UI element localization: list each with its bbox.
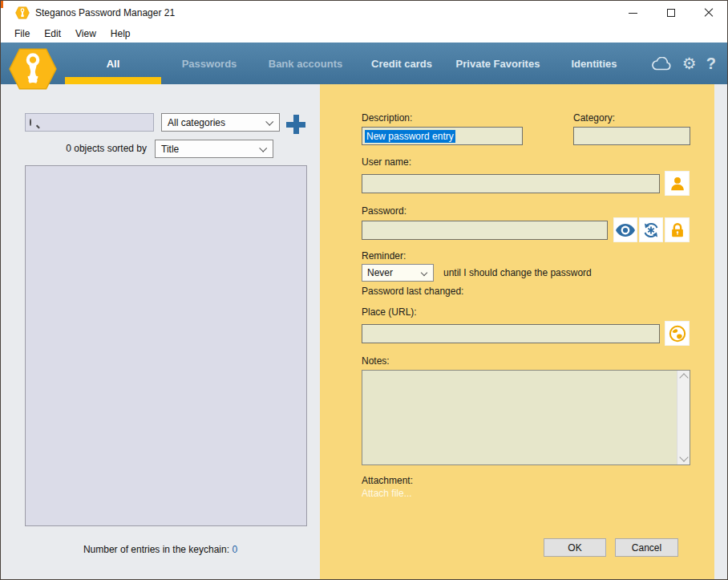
notes-scrollbar[interactable] [677, 371, 690, 464]
pick-identity-button[interactable] [665, 171, 690, 196]
category-filter-value: All categories [168, 117, 225, 128]
header: All Passwords Bank accounts Credit cards… [1, 43, 727, 84]
right-gutter [714, 84, 727, 579]
window-title: Steganos Password Manager 21 [35, 7, 175, 18]
reminder-label: Reminder: [362, 250, 406, 262]
maximize-icon [667, 9, 675, 17]
ok-button[interactable]: OK [544, 538, 606, 557]
header-icons: ⚙ ? [651, 43, 716, 84]
keychain-count-value: 0 [232, 544, 237, 555]
search-input[interactable] [31, 114, 160, 131]
username-label: User name: [362, 156, 411, 168]
search-icon [30, 119, 31, 126]
sidebar: All categories 0 objects sorted by Title… [1, 84, 320, 579]
scroll-down-icon [679, 452, 688, 461]
reminder-dropdown[interactable]: Never [362, 264, 434, 282]
window-controls [614, 1, 727, 25]
scroll-up-icon [679, 373, 688, 382]
menu-help[interactable]: Help [103, 26, 138, 41]
cloud-sync-icon[interactable] [651, 57, 673, 71]
chevron-down-icon [421, 270, 427, 276]
generate-password-icon [641, 221, 661, 240]
url-label: Place (URL): [362, 306, 417, 318]
tab-private-favorites[interactable]: Private Favorites [450, 43, 546, 84]
tab-identities[interactable]: Identities [546, 43, 642, 84]
lock-icon [669, 221, 686, 239]
entry-list[interactable] [25, 165, 307, 526]
corner-accent [1, 1, 3, 8]
generate-password-button[interactable] [639, 217, 663, 242]
menu-bar: File Edit View Help [1, 25, 727, 43]
search-box [25, 113, 154, 132]
category-field[interactable] [573, 127, 690, 145]
url-field[interactable] [362, 324, 660, 343]
title-bar: Steganos Password Manager 21 [1, 1, 727, 25]
notes-textarea[interactable] [362, 370, 690, 465]
reminder-suffix-text: until I should change the password [443, 267, 592, 278]
show-password-button[interactable] [613, 217, 637, 242]
chevron-down-icon [265, 118, 273, 126]
description-label: Description: [362, 112, 412, 124]
reminder-value: Never [367, 267, 393, 278]
lock-password-button[interactable] [665, 217, 690, 242]
eye-icon [616, 224, 635, 237]
description-value-selected: New password entry [365, 130, 455, 143]
minimize-icon [629, 13, 637, 14]
last-changed-label: Password last changed: [362, 286, 463, 297]
password-label: Password: [362, 205, 406, 217]
settings-gear-icon[interactable]: ⚙ [682, 55, 697, 71]
entry-form-panel: Description: New password entry Category… [320, 84, 714, 579]
close-icon [704, 8, 714, 18]
main-body: All categories 0 objects sorted by Title… [1, 84, 727, 579]
tab-bank-accounts[interactable]: Bank accounts [257, 43, 354, 84]
category-label: Category: [573, 112, 615, 124]
tab-credit-cards[interactable]: Credit cards [354, 43, 450, 84]
attachment-label: Attachment: [362, 475, 413, 486]
password-field[interactable] [362, 221, 608, 240]
active-tab-indicator [65, 77, 161, 84]
menu-file[interactable]: File [7, 26, 37, 41]
keychain-count-label: Number of entries in the keychain: [83, 544, 229, 555]
person-icon [669, 175, 686, 193]
sort-by-dropdown[interactable]: Title [155, 140, 273, 158]
open-url-button[interactable] [665, 321, 690, 346]
description-field[interactable]: New password entry [362, 127, 523, 145]
chevron-down-icon [259, 144, 267, 152]
menu-edit[interactable]: Edit [37, 26, 68, 41]
maximize-button[interactable] [652, 1, 690, 25]
cancel-button[interactable]: Cancel [615, 538, 678, 557]
steganos-keys-logo [8, 47, 58, 91]
app-window: Steganos Password Manager 21 File Edit V… [0, 0, 728, 580]
close-button[interactable] [690, 1, 727, 25]
tab-passwords[interactable]: Passwords [161, 43, 257, 84]
minimize-button[interactable] [614, 1, 652, 25]
help-icon[interactable]: ? [706, 55, 716, 73]
app-logo-icon [15, 6, 30, 19]
add-entry-button[interactable] [285, 114, 306, 135]
globe-icon [669, 325, 686, 343]
category-filter-dropdown[interactable]: All categories [161, 113, 280, 132]
sort-by-value: Title [161, 144, 179, 155]
username-field[interactable] [362, 174, 660, 193]
menu-view[interactable]: View [68, 26, 103, 41]
sort-status-text: 0 objects sorted by [25, 143, 147, 154]
attach-file-link[interactable]: Attach file... [362, 488, 412, 499]
keychain-count-status: Number of entries in the keychain: 0 [1, 544, 320, 555]
notes-label: Notes: [362, 355, 390, 367]
